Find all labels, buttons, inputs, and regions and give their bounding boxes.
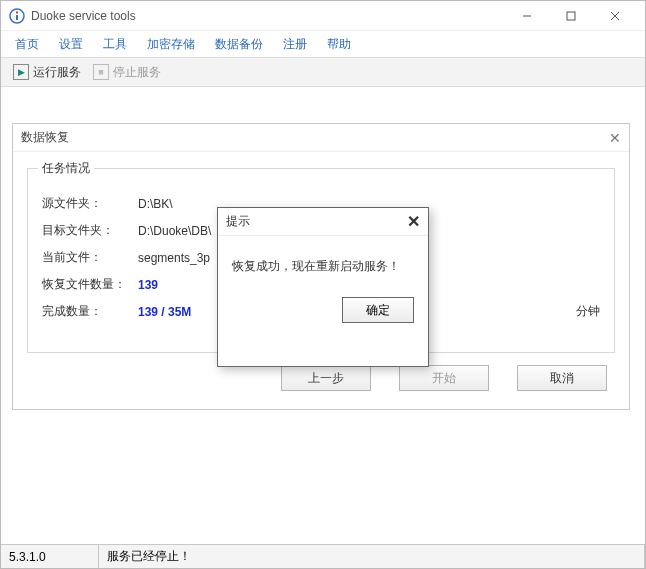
run-service-label: 运行服务 <box>33 64 81 81</box>
msgbox-body: 恢复成功，现在重新启动服务！ <box>218 236 428 297</box>
source-label: 源文件夹： <box>42 195 138 212</box>
stop-service-label: 停止服务 <box>113 64 161 81</box>
msgbox-titlebar: 提示 ✕ <box>218 208 428 236</box>
statusbar: 5.3.1.0 服务已经停止！ <box>1 544 645 568</box>
app-title: Duoke service tools <box>31 9 505 23</box>
target-value: D:\Duoke\DB\ <box>138 224 211 238</box>
run-service-button[interactable]: ▶运行服务 <box>7 62 87 83</box>
status-version: 5.3.1.0 <box>1 545 99 568</box>
menu-backup[interactable]: 数据备份 <box>205 32 273 57</box>
play-icon: ▶ <box>13 64 29 80</box>
target-label: 目标文件夹： <box>42 222 138 239</box>
current-label: 当前文件： <box>42 249 138 266</box>
dialog-titlebar: 数据恢复 ✕ <box>13 124 629 152</box>
message-box: 提示 ✕ 恢复成功，现在重新启动服务！ 确定 <box>217 207 429 367</box>
count-value: 139 <box>138 278 158 292</box>
source-value: D:\BK\ <box>138 197 173 211</box>
svg-rect-4 <box>567 12 575 20</box>
done-tail: 分钟 <box>576 303 600 320</box>
svg-rect-2 <box>16 15 18 20</box>
start-button[interactable]: 开始 <box>399 365 489 391</box>
msgbox-close-icon[interactable]: ✕ <box>407 212 420 231</box>
svg-rect-1 <box>16 11 18 13</box>
msgbox-actions: 确定 <box>218 297 428 337</box>
dialog-close-icon[interactable]: ✕ <box>609 130 621 146</box>
stop-icon: ■ <box>93 64 109 80</box>
menubar: 首页 设置 工具 加密存储 数据备份 注册 帮助 <box>1 31 645 57</box>
stop-service-button[interactable]: ■停止服务 <box>87 62 167 83</box>
done-label: 完成数量： <box>42 303 138 320</box>
toolbar: ▶运行服务 ■停止服务 <box>1 57 645 87</box>
minimize-button[interactable] <box>505 2 549 30</box>
status-message: 服务已经停止！ <box>99 545 645 568</box>
msgbox-title: 提示 <box>226 213 250 230</box>
ok-button[interactable]: 确定 <box>342 297 414 323</box>
count-label: 恢复文件数量： <box>42 276 138 293</box>
group-legend: 任务情况 <box>38 160 94 177</box>
menu-home[interactable]: 首页 <box>5 32 49 57</box>
maximize-button[interactable] <box>549 2 593 30</box>
menu-register[interactable]: 注册 <box>273 32 317 57</box>
cancel-button[interactable]: 取消 <box>517 365 607 391</box>
menu-tools[interactable]: 工具 <box>93 32 137 57</box>
titlebar: Duoke service tools <box>1 1 645 31</box>
dialog-title: 数据恢复 <box>21 129 69 146</box>
close-button[interactable] <box>593 2 637 30</box>
menu-settings[interactable]: 设置 <box>49 32 93 57</box>
done-value: 139 / 35M <box>138 305 191 319</box>
dialog-buttons: 上一步 开始 取消 <box>13 365 629 409</box>
menu-help[interactable]: 帮助 <box>317 32 361 57</box>
menu-encrypt[interactable]: 加密存储 <box>137 32 205 57</box>
prev-button[interactable]: 上一步 <box>281 365 371 391</box>
current-value: segments_3p <box>138 251 210 265</box>
app-icon <box>9 8 25 24</box>
